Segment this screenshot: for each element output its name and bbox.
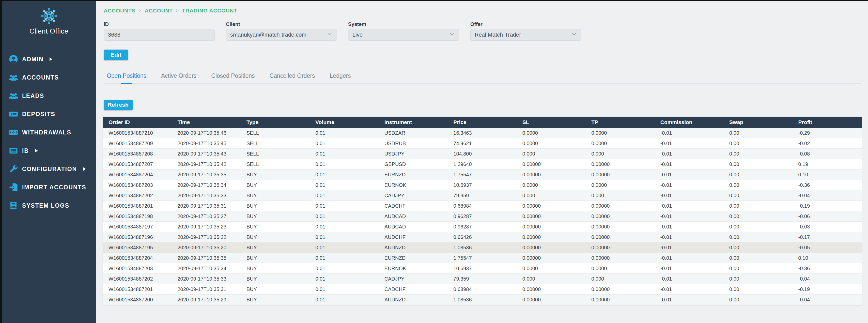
cell-time: 2020-09-17T10:35:29 bbox=[172, 295, 241, 305]
column-header-time: Time bbox=[172, 117, 241, 128]
sidebar-item-label: ACCOUNTS bbox=[22, 74, 59, 81]
sidebar-item-label: SYSTEM LOGS bbox=[22, 202, 69, 209]
tab-active-orders[interactable]: Active Orders bbox=[158, 71, 199, 83]
table-row[interactable]: W160015348872002020-09-17T10:35:29BUY0.0… bbox=[103, 295, 862, 305]
system-select[interactable]: Live bbox=[348, 29, 459, 41]
sidebar-item-label: IB bbox=[22, 147, 29, 154]
sidebar-item-label: IMPORT ACCOUNTS bbox=[22, 184, 86, 191]
cell-profit: -0.04 bbox=[793, 274, 862, 284]
sidebar-item-admin[interactable]: ADMIN bbox=[2, 50, 96, 68]
cell-time: 2020-09-17T10:35:35 bbox=[172, 170, 241, 180]
column-header-swap: Swap bbox=[724, 117, 793, 128]
cell-profit: 0.10 bbox=[793, 170, 862, 180]
sidebar-item-leads[interactable]: LEADS bbox=[2, 87, 96, 105]
app-title: Client Office bbox=[2, 27, 96, 35]
table-row[interactable]: W160015348872032020-09-17T10:35:34BUY0.0… bbox=[103, 180, 862, 190]
table-row[interactable]: W160015348871972020-09-17T10:35:23BUY0.0… bbox=[103, 222, 862, 232]
tab-closed-positions[interactable]: Closed Positions bbox=[208, 71, 258, 83]
cell-instrument: USDRUB bbox=[379, 138, 448, 149]
cell-profit: -0.17 bbox=[793, 232, 862, 242]
cell-swap: 0.00 bbox=[724, 201, 793, 211]
cell-commission: -0.01 bbox=[655, 284, 724, 295]
cell-swap: 0.00 bbox=[724, 211, 793, 222]
edit-button[interactable]: Edit bbox=[104, 50, 128, 60]
cell-profit: -0.29 bbox=[793, 128, 862, 138]
cell-sl: 0.00000 bbox=[517, 170, 586, 180]
cell-tp: 0.00000 bbox=[586, 222, 655, 232]
cell-profit: -0.36 bbox=[793, 263, 862, 274]
refresh-button[interactable]: Refresh bbox=[104, 99, 133, 110]
sidebar-item-deposits[interactable]: $DEPOSITS bbox=[2, 105, 96, 123]
table-row[interactable]: W160015348872032020-09-17T10:35:34BUY0.0… bbox=[103, 263, 862, 274]
table-row[interactable]: W160015348871962020-09-17T10:35:22BUY0.0… bbox=[103, 232, 862, 242]
cell-instrument: AUDCAD bbox=[379, 222, 448, 232]
column-header-commission: Commission bbox=[655, 117, 724, 128]
cell-swap: 0.00 bbox=[724, 242, 793, 253]
tab-open-positions[interactable]: Open Positions bbox=[104, 71, 149, 83]
offer-select[interactable]: Real Match-Trader bbox=[470, 29, 581, 41]
table-row[interactable]: W160015348872012020-09-17T10:35:31BUY0.0… bbox=[103, 201, 862, 211]
table-row[interactable]: W160015348872022020-09-17T10:35:33BUY0.0… bbox=[103, 274, 862, 284]
cell-price: 0.68984 bbox=[448, 284, 517, 295]
breadcrumb-item[interactable]: TRADING ACCOUNT bbox=[182, 8, 237, 14]
table-row[interactable]: W160015348871952020-09-17T10:35:20BUY0.0… bbox=[103, 242, 862, 253]
cell-volume: 0.01 bbox=[310, 159, 379, 170]
file-import-icon bbox=[8, 182, 19, 193]
sidebar-item-withdrawals[interactable]: $WITHDRAWALS bbox=[2, 123, 96, 142]
cell-order-id: W16001534887196 bbox=[103, 232, 172, 242]
cell-swap: 0.00 bbox=[724, 295, 793, 305]
table-row[interactable]: W160015348872042020-09-17T10:35:35BUY0.0… bbox=[103, 170, 862, 180]
field-label: Offer bbox=[470, 21, 581, 27]
client-select[interactable]: smanukyan@match-trade.com bbox=[226, 29, 337, 41]
cell-sl: 0.00000 bbox=[517, 201, 586, 211]
cell-volume: 0.01 bbox=[310, 232, 379, 242]
cell-type: SELL bbox=[241, 138, 310, 149]
cell-profit: -0.19 bbox=[793, 201, 862, 211]
cell-tp: 0.00000 bbox=[586, 253, 655, 263]
table-row[interactable]: W160015348872092020-09-17T10:35:45SELL0.… bbox=[103, 138, 862, 149]
cell-instrument: CADJPY bbox=[379, 274, 448, 284]
sidebar-item-accounts[interactable]: ACCOUNTS bbox=[2, 68, 96, 87]
cell-price: 0.96287 bbox=[448, 211, 517, 222]
cell-volume: 0.01 bbox=[310, 190, 379, 201]
account-form: ID3688Clientsmanukyan@match-trade.comSys… bbox=[104, 21, 581, 41]
sidebar-item-import-accounts[interactable]: IMPORT ACCOUNTS bbox=[2, 178, 96, 197]
cell-instrument: GBPUSD bbox=[379, 159, 448, 170]
breadcrumb-separator: > bbox=[139, 8, 141, 13]
cell-time: 2020-09-17T10:35:42 bbox=[172, 159, 241, 170]
sidebar-item-system-logs[interactable]: SYSTEM LOGS bbox=[2, 197, 96, 215]
cell-price: 0.96287 bbox=[448, 222, 517, 232]
breadcrumb-item[interactable]: ACCOUNT bbox=[145, 8, 173, 14]
sidebar-item-ib[interactable]: IB bbox=[2, 142, 96, 160]
id-input[interactable]: 3688 bbox=[104, 29, 215, 41]
cell-profit: -0.36 bbox=[793, 180, 862, 190]
cell-tp: 0.000 bbox=[586, 149, 655, 159]
table-row[interactable]: W160015348872022020-09-17T10:35:33BUY0.0… bbox=[103, 190, 862, 201]
cell-order-id: W16001534887207 bbox=[103, 159, 172, 170]
tab-cancelled-orders[interactable]: Cancelled Orders bbox=[267, 71, 318, 83]
cell-volume: 0.01 bbox=[310, 170, 379, 180]
cell-commission: -0.01 bbox=[655, 159, 724, 170]
cell-instrument: AUDNZD bbox=[379, 295, 448, 305]
table-row[interactable]: W160015348871982020-09-17T10:35:27BUY0.0… bbox=[103, 211, 862, 222]
cell-swap: 0.00 bbox=[724, 190, 793, 201]
table-row[interactable]: W160015348872042020-09-17T10:35:35BUY0.0… bbox=[103, 253, 862, 263]
cell-profit: -0.19 bbox=[793, 284, 862, 295]
tab-bar: Open PositionsActive OrdersClosed Positi… bbox=[104, 71, 861, 84]
cell-price: 10.6937 bbox=[448, 180, 517, 190]
list-icon bbox=[8, 146, 19, 156]
tab-ledgers[interactable]: Ledgers bbox=[327, 71, 354, 83]
cell-commission: -0.01 bbox=[655, 295, 724, 305]
cell-commission: -0.01 bbox=[655, 232, 724, 242]
cell-profit: 0.19 bbox=[793, 159, 862, 170]
table-row[interactable]: W160015348872072020-09-17T10:35:42SELL0.… bbox=[103, 159, 862, 170]
breadcrumb-item[interactable]: ACCOUNTS bbox=[104, 8, 135, 14]
table-row[interactable]: W160015348872012020-09-17T10:35:31BUY0.0… bbox=[103, 284, 862, 295]
table-row[interactable]: W160015348872102020-09-17T10:35:46SELL0.… bbox=[103, 128, 862, 138]
cell-instrument: AUDCAD bbox=[379, 211, 448, 222]
sidebar-item-configuration[interactable]: CONFIGURATION bbox=[2, 160, 96, 178]
table-row[interactable]: W160015348872082020-09-17T10:35:43SELL0.… bbox=[103, 149, 862, 159]
chevron-right-icon bbox=[83, 167, 86, 171]
cell-instrument: CADCHF bbox=[379, 201, 448, 211]
column-header-price: Price bbox=[448, 117, 517, 128]
